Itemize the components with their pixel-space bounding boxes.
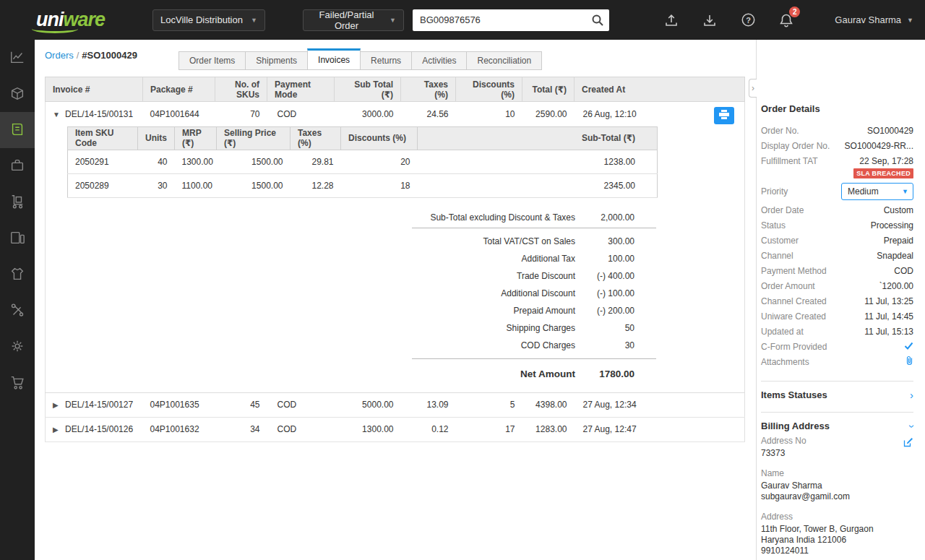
tab-reconciliation[interactable]: Reconciliation: [466, 51, 542, 70]
facility-dropdown[interactable]: LocVille Distribution ▼: [152, 9, 265, 31]
sla-breached-badge: SLA BREACHED: [853, 168, 913, 178]
priority-select[interactable]: Medium ▼: [841, 183, 913, 200]
field-value: `1200.00: [879, 281, 913, 291]
attachments-paperclip-icon[interactable]: [905, 356, 913, 368]
nav-item-products[interactable]: [0, 257, 35, 293]
tab-shipments[interactable]: Shipments: [245, 51, 308, 70]
print-invoice-button[interactable]: [714, 107, 734, 124]
panel-collapse-handle[interactable]: ›: [749, 79, 757, 98]
item-subtotal: 2345.00: [418, 173, 658, 197]
upload-icon[interactable]: [663, 12, 679, 28]
summary-value: 300.00: [575, 236, 634, 246]
field-label: Updated at: [761, 327, 804, 337]
breadcrumb-orders-link[interactable]: Orders: [45, 50, 74, 61]
customer-email: subgaurav@gamil.com: [761, 491, 913, 502]
col-selling-price: Selling Price (₹): [217, 126, 291, 150]
tools-icon: [9, 302, 25, 320]
edit-address-icon[interactable]: [903, 437, 913, 449]
svg-text:?: ?: [746, 16, 751, 25]
summary-value: 2,000.00: [575, 212, 634, 223]
summary-row: Trade Discount(-) 400.00: [412, 267, 656, 285]
topbar: uniware LocVille Distribution ▼ Failed/P…: [0, 0, 925, 40]
total: 4398.00: [522, 392, 575, 417]
expand-row-icon[interactable]: ▶: [53, 426, 60, 434]
priority-value: Medium: [848, 186, 879, 197]
field-label: Payment Method: [761, 266, 827, 276]
items-statuses-title: Items Statuses: [761, 389, 827, 400]
discounts: 10: [456, 102, 522, 126]
items-statuses-section-header[interactable]: Items Statuses ›: [761, 381, 913, 400]
download-icon[interactable]: [702, 12, 718, 28]
invoice-row[interactable]: ▶DEL/14-15/00126 04P1001632 34 COD 1300.…: [46, 417, 745, 441]
field-label: Display Order No.: [761, 141, 830, 151]
tab-order-items[interactable]: Order Items: [178, 51, 246, 70]
detail-field: Updated at11 Jul, 15:13: [761, 324, 913, 339]
item-row: 2050289 30 1100.00 1500.00 12.28 18 2345…: [68, 173, 658, 197]
items-header-row: Item SKU Code Units MRP (₹) Selling Pric…: [68, 126, 658, 150]
nav-item-devices[interactable]: [0, 220, 35, 257]
invoice-row[interactable]: ▼DEL/14-15/00131 04P1001644 70 COD 3000.…: [46, 102, 745, 126]
tab-invoices[interactable]: Invoices: [307, 48, 361, 70]
nav-item-purchases[interactable]: [0, 365, 35, 401]
billing-address-section-header[interactable]: Billing Address ›: [761, 412, 913, 431]
summary-value: 30: [575, 340, 634, 350]
help-icon[interactable]: ?: [740, 12, 756, 28]
detail-field: Order No. SO1000429: [761, 123, 913, 138]
nav-item-tools[interactable]: [0, 293, 35, 329]
field-label: Attachments: [761, 357, 809, 367]
detail-field: Order Amount`1200.00: [761, 278, 913, 293]
search-icon[interactable]: [591, 14, 604, 29]
sub-total: 3000.00: [335, 102, 401, 126]
detail-field: C-Form Provided: [761, 339, 913, 354]
detail-field: Fulfillment TAT 22 Sep, 17:28: [761, 153, 913, 168]
logo-swoosh: [32, 25, 78, 33]
left-nav-rail: [0, 40, 35, 560]
field-value: COD: [894, 266, 913, 276]
field-label: Channel: [761, 251, 793, 261]
tab-returns[interactable]: Returns: [360, 51, 412, 70]
col-skus: No. of SKUs: [215, 77, 267, 102]
invoice-row[interactable]: ▶DEL/14-15/00127 04P1001635 45 COD 5000.…: [46, 392, 745, 417]
item-mrp: 1100.00: [175, 173, 217, 197]
expand-row-icon[interactable]: ▶: [53, 401, 60, 409]
field-value: 11 Jul, 13:25: [864, 296, 913, 306]
uniware-logo[interactable]: uniware: [36, 9, 143, 31]
nav-item-analytics[interactable]: [0, 40, 35, 76]
col-total: Total (₹): [522, 77, 575, 102]
nav-item-settings[interactable]: [0, 329, 35, 365]
payment-mode: COD: [267, 392, 335, 417]
item-units: 40: [138, 150, 175, 173]
collapse-row-icon[interactable]: ▼: [53, 111, 60, 119]
summary-label: Shipping Charges: [412, 323, 575, 333]
address-line-3: 9910124011: [761, 546, 913, 556]
notifications-bell-icon[interactable]: 2: [778, 12, 794, 28]
chevron-down-icon: ▼: [902, 188, 908, 195]
breadcrumb: Orders/#SO1000429: [45, 50, 137, 61]
billing-address-content: Address No 73373 Name Gaurav Sharma subg…: [761, 436, 913, 556]
inventory-icon: [9, 85, 25, 103]
field-label: Uniware Created: [761, 311, 826, 322]
tab-activities[interactable]: Activities: [411, 51, 467, 70]
created-at: 27 Aug, 12:47: [575, 417, 745, 441]
nav-item-orders[interactable]: [0, 112, 35, 148]
user-name: Gaurav Sharma: [835, 14, 901, 25]
field-label: C-Form Provided: [761, 342, 827, 352]
nav-item-inventory[interactable]: [0, 76, 35, 112]
nav-item-briefcase[interactable]: [0, 148, 35, 184]
search-input[interactable]: [413, 9, 609, 31]
created-at: 26 Aug, 12:10: [583, 109, 637, 119]
summary-label: Prepaid Amount: [412, 306, 575, 316]
summary-value: 100.00: [575, 254, 634, 264]
summary-row: COD Charges30: [412, 337, 656, 354]
summary-label: Additional Discount: [412, 288, 575, 298]
address-group: Address 11th Floor, Tower B, Gurgaon Har…: [761, 512, 913, 556]
user-menu[interactable]: Gaurav Sharma ▼: [835, 14, 913, 25]
order-filter-dropdown[interactable]: Failed/Partial Order ▼: [303, 9, 404, 31]
summary-value: 50: [575, 323, 634, 333]
detail-field: Priority Medium ▼: [761, 181, 913, 202]
col-taxes: Taxes (%): [401, 77, 456, 102]
payment-mode: COD: [267, 417, 335, 441]
detail-field: Payment MethodCOD: [761, 263, 913, 278]
sub-total: 1300.00: [335, 417, 401, 441]
nav-item-logistics[interactable]: [0, 184, 35, 220]
